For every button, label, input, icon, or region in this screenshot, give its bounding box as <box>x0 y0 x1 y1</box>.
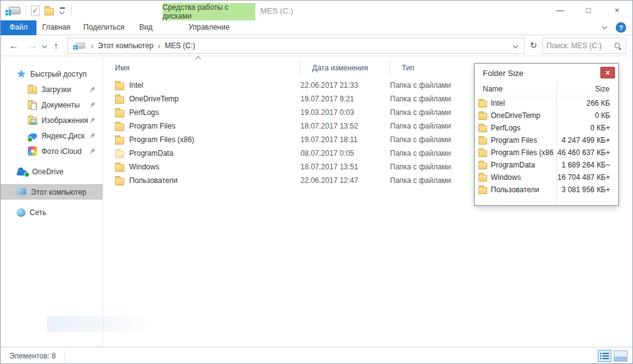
properties-check-icon[interactable] <box>31 6 40 16</box>
navigation-pane: Быстрый доступ Загрузки Документы Изобра… <box>1 56 103 347</box>
expand-ribbon-icon[interactable] <box>601 24 610 32</box>
sidebar-item-network[interactable]: Сеть <box>1 205 103 220</box>
windows-logo-icon <box>6 10 8 12</box>
list-item[interactable]: PerfLogs 0 КБ+ <box>475 122 618 134</box>
back-icon[interactable]: ← <box>9 40 19 52</box>
status-bar: Элементов: 8 <box>1 347 632 364</box>
column-header-label: Имя <box>115 64 129 72</box>
sidebar-item-onedrive[interactable]: OneDrive <box>1 164 103 179</box>
sidebar-item-icloud-photos[interactable]: Фото iCloud <box>1 143 103 159</box>
sidebar-item-label: Фото iCloud <box>41 147 82 156</box>
folder-name: ProgramData <box>491 161 535 169</box>
file-date: 22.06.2017 12:47 <box>300 176 390 185</box>
folder-icon <box>115 178 124 185</box>
file-name: ProgramData <box>129 149 173 158</box>
file-name: Windows <box>129 163 159 171</box>
this-pc-icon[interactable] <box>73 42 85 50</box>
folder-name: OneDriveTemp <box>491 111 540 120</box>
tab-share[interactable]: Поделиться <box>76 20 132 35</box>
tab-view[interactable]: Вид <box>132 20 160 35</box>
list-item[interactable]: Пользователи 3 081 956 КБ+ <box>475 184 618 196</box>
column-header-size[interactable]: Size <box>555 85 618 93</box>
folder-icon <box>115 137 124 145</box>
documents-folder-icon <box>28 102 37 109</box>
pin-icon[interactable] <box>88 147 96 156</box>
file-name: PerfLogs <box>129 108 159 117</box>
sidebar-item-label: Этот компьютер <box>31 188 87 197</box>
items-count: Элементов: 8 <box>9 352 56 360</box>
list-item[interactable]: Windows 16 704 487 КБ+ <box>475 171 618 184</box>
sidebar-item-quick-access[interactable]: Быстрый доступ <box>1 66 103 82</box>
thumbnails-view-button[interactable] <box>614 350 627 362</box>
search-input[interactable] <box>546 41 614 50</box>
pictures-folder-icon <box>28 117 37 125</box>
downloads-folder-icon <box>28 87 37 94</box>
file-date: 19.07.2017 18:11 <box>300 135 390 144</box>
close-icon[interactable]: × <box>600 67 615 78</box>
yandex-disk-icon <box>27 132 38 140</box>
toolbar-separator <box>71 5 72 16</box>
folder-icon <box>478 150 487 157</box>
list-item[interactable]: Intel 266 КБ <box>475 97 618 109</box>
folder-icon <box>478 175 487 182</box>
help-icon[interactable]: ? <box>616 22 626 33</box>
folder-size: 46 460 637 КБ+ <box>554 148 618 157</box>
file-date: 08.07.2017 0:05 <box>300 149 390 158</box>
list-item[interactable]: OneDriveTemp 0 КБ <box>475 109 618 122</box>
list-item[interactable]: Program Files 4 247 499 КБ+ <box>475 134 618 146</box>
folder-size: 16 704 487 КБ+ <box>554 173 618 182</box>
up-icon[interactable]: ↑ <box>54 40 59 52</box>
search-box[interactable] <box>542 38 626 54</box>
tab-file[interactable]: Файл <box>1 20 36 35</box>
sidebar-item-pictures[interactable]: Изображения <box>1 112 103 128</box>
list-item[interactable]: Program Files (x86) 46 460 637 КБ+ <box>475 146 618 159</box>
column-header-name[interactable]: Имя <box>103 60 300 76</box>
file-name: Program Files <box>129 122 176 130</box>
maximize-button[interactable]: □ <box>574 1 603 19</box>
breadcrumb-separator[interactable]: › <box>158 41 160 51</box>
folder-name: Intel <box>491 99 505 108</box>
pin-icon[interactable] <box>88 116 96 125</box>
folder-icon <box>478 101 487 108</box>
list-item[interactable]: ProgramData 1 689 264 КБ~ <box>475 159 618 171</box>
folder-size-title-bar[interactable]: Folder Size <box>475 64 618 82</box>
details-view-icon <box>600 355 609 357</box>
column-header-type[interactable]: Тип <box>390 60 470 76</box>
minimize-button[interactable]: — <box>546 1 574 19</box>
breadcrumb-current[interactable]: MES (C:) <box>164 41 195 50</box>
history-dropdown-icon[interactable] <box>42 43 47 48</box>
folder-icon <box>478 138 487 145</box>
customize-toolbar-dropdown-icon[interactable] <box>59 6 66 15</box>
windows-logo-icon <box>73 45 75 47</box>
forward-icon[interactable]: → <box>28 40 37 52</box>
sidebar-item-this-pc[interactable]: Этот компьютер <box>1 184 103 200</box>
folder-icon <box>478 113 487 120</box>
column-header-date[interactable]: Дата изменения <box>300 60 390 76</box>
breadcrumb-root[interactable]: Этот компьютер <box>98 41 153 50</box>
tab-home[interactable]: Главная <box>36 20 76 35</box>
refresh-icon[interactable]: ↻ <box>527 40 540 50</box>
close-button[interactable]: × <box>603 1 631 19</box>
pin-icon[interactable] <box>88 85 96 94</box>
folder-size: 4 247 499 КБ+ <box>554 136 618 145</box>
details-view-button[interactable] <box>598 350 611 362</box>
column-header-name[interactable]: Name <box>475 85 555 93</box>
file-date: 18.07.2017 13:51 <box>300 163 390 171</box>
system-drive-icon[interactable] <box>6 6 20 15</box>
folder-icon <box>115 124 124 131</box>
status-divider <box>64 351 65 361</box>
new-folder-icon[interactable] <box>45 8 54 15</box>
sidebar-item-downloads[interactable]: Загрузки <box>1 82 103 97</box>
search-icon[interactable] <box>614 42 622 50</box>
chevron-down-icon <box>59 9 64 14</box>
folder-size: 0 КБ+ <box>554 124 618 132</box>
sidebar-item-documents[interactable]: Документы <box>1 97 103 112</box>
breadcrumb-separator[interactable]: › <box>91 41 93 51</box>
contextual-tab-group[interactable]: Средства работы с дисками <box>163 3 255 20</box>
pin-icon[interactable] <box>88 101 96 109</box>
sidebar-item-yandex-disk[interactable]: Яндекс.Диск <box>1 128 103 143</box>
pin-icon[interactable] <box>88 132 96 140</box>
address-dropdown-icon[interactable] <box>509 44 522 48</box>
address-box[interactable]: › Этот компьютер › MES (C:) <box>67 38 525 54</box>
tab-manage[interactable]: Управление <box>163 20 255 35</box>
